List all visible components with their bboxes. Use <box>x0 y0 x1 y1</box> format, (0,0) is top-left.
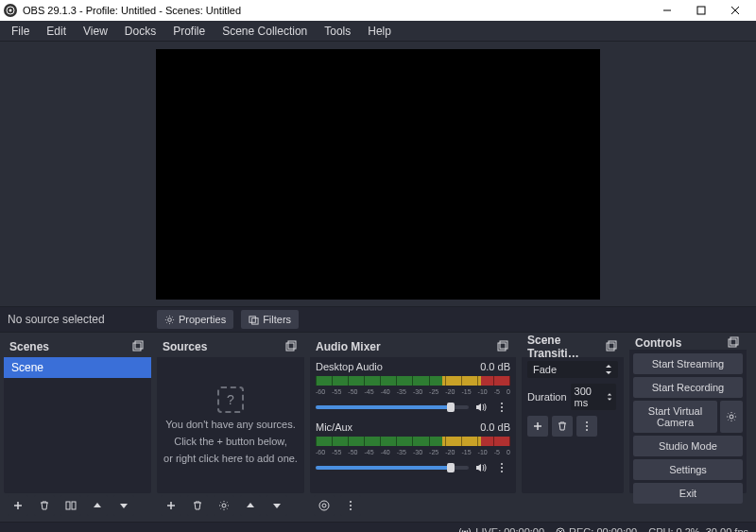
scenes-panel: Scenes Scene <box>4 336 151 493</box>
speaker-icon[interactable] <box>472 399 490 416</box>
maximize-button[interactable] <box>684 0 718 21</box>
scenes-header: Scenes <box>4 336 151 357</box>
duration-input[interactable]: 300 ms <box>571 384 616 410</box>
record-icon <box>556 527 565 532</box>
kebab-icon[interactable] <box>493 399 510 416</box>
svg-rect-3 <box>697 7 705 14</box>
scenes-button-bar <box>4 493 138 518</box>
controls-header: Controls <box>629 336 747 350</box>
remove-source-button[interactable] <box>187 495 208 516</box>
menu-view[interactable]: View <box>76 23 115 40</box>
transitions-header: Scene Transiti… <box>522 336 624 357</box>
menu-profile[interactable]: Profile <box>165 23 213 40</box>
svg-point-16 <box>501 406 503 408</box>
mixer-advanced-button[interactable] <box>314 495 335 516</box>
popout-icon[interactable] <box>728 336 741 350</box>
mixer-ch-level: 0.0 dB <box>480 421 510 433</box>
mixer-button-bar <box>310 493 365 518</box>
svg-point-27 <box>586 429 588 431</box>
menu-scene-collection[interactable]: Scene Collection <box>215 23 315 40</box>
menu-help[interactable]: Help <box>360 23 399 40</box>
preview-canvas[interactable] <box>156 49 600 300</box>
source-properties-button[interactable] <box>214 495 234 516</box>
scene-down-button[interactable] <box>113 495 134 516</box>
transition-selected: Fade <box>533 364 557 375</box>
speaker-icon[interactable] <box>472 459 490 476</box>
svg-rect-13 <box>498 343 506 351</box>
start-streaming-button[interactable]: Start Streaming <box>633 353 743 374</box>
scene-item[interactable]: Scene <box>4 357 151 378</box>
sources-title: Sources <box>163 340 207 353</box>
menu-edit[interactable]: Edit <box>39 23 74 40</box>
sources-empty-2: Click the + button below, <box>174 436 287 447</box>
start-virtual-camera-button[interactable]: Start Virtual Camera <box>633 401 717 433</box>
source-down-button[interactable] <box>266 495 287 516</box>
svg-point-18 <box>501 463 503 465</box>
vcam-settings-button[interactable] <box>720 401 743 433</box>
svg-point-15 <box>501 403 503 404</box>
controls-title: Controls <box>635 336 681 350</box>
scene-filters-button[interactable] <box>60 495 81 516</box>
svg-point-19 <box>501 467 503 469</box>
status-bar: LIVE: 00:00:00 REC: 00:00:00 CPU: 0.2%, … <box>0 522 756 532</box>
settings-button[interactable]: Settings <box>633 459 743 480</box>
menu-bar: File Edit View Docks Profile Scene Colle… <box>0 21 756 42</box>
kebab-icon[interactable] <box>493 459 510 476</box>
remove-scene-button[interactable] <box>34 495 55 516</box>
duration-label: Duration <box>527 391 567 403</box>
svg-rect-9 <box>133 343 141 351</box>
sources-panel: Sources ? You don't have any sources. Cl… <box>157 336 304 493</box>
svg-point-37 <box>222 504 226 507</box>
popout-icon[interactable] <box>285 340 299 353</box>
remove-transition-button[interactable] <box>552 416 573 437</box>
svg-point-1 <box>9 9 12 12</box>
audio-meter <box>316 437 510 446</box>
studio-mode-button[interactable]: Studio Mode <box>633 436 743 456</box>
mixer-ch-name: Desktop Audio <box>316 361 383 372</box>
gear-icon <box>164 315 175 325</box>
transition-options-button[interactable] <box>576 416 597 437</box>
sources-header: Sources <box>157 336 304 357</box>
scene-up-button[interactable] <box>87 495 108 516</box>
popout-icon[interactable] <box>606 340 618 353</box>
meter-ticks: -60-55-50-45-40-35-30-25-20-15-10-50 <box>316 449 510 455</box>
exit-button[interactable]: Exit <box>633 483 743 504</box>
add-source-button[interactable] <box>161 495 181 516</box>
transition-select[interactable]: Fade <box>527 361 618 378</box>
svg-rect-10 <box>135 341 143 349</box>
mixer-options-button[interactable] <box>340 495 361 516</box>
close-button[interactable] <box>718 0 752 21</box>
menu-docks[interactable]: Docks <box>117 23 163 40</box>
status-cpu-text: CPU: 0.2%, 30.00 fps <box>648 526 748 532</box>
svg-point-17 <box>501 410 503 412</box>
status-record: REC: 00:00:00 <box>556 526 637 532</box>
controls-panel: Controls Start Streaming Start Recording… <box>629 336 747 493</box>
minimize-button[interactable] <box>650 0 684 21</box>
properties-button[interactable]: Properties <box>157 310 233 329</box>
start-recording-button[interactable]: Start Recording <box>633 377 743 398</box>
svg-point-25 <box>586 421 588 423</box>
svg-rect-11 <box>286 343 294 351</box>
window-title: OBS 29.1.3 - Profile: Untitled - Scenes:… <box>23 5 650 16</box>
mixer-title: Audio Mixer <box>316 340 381 353</box>
volume-slider[interactable] <box>316 405 469 409</box>
filters-button[interactable]: Filters <box>241 310 299 329</box>
status-live: LIVE: 00:00:00 <box>475 526 544 532</box>
audio-meter <box>316 376 510 386</box>
popout-icon[interactable] <box>132 340 146 353</box>
svg-rect-14 <box>500 341 507 349</box>
menu-tools[interactable]: Tools <box>317 23 358 40</box>
updown-icon <box>605 365 612 374</box>
add-transition-button[interactable] <box>527 416 548 437</box>
app-logo-icon <box>4 4 17 17</box>
source-up-button[interactable] <box>240 495 261 516</box>
menu-file[interactable]: File <box>4 23 37 40</box>
popout-icon[interactable] <box>497 340 510 353</box>
mixer-ch-name: Mic/Aux <box>316 421 352 433</box>
add-scene-button[interactable] <box>8 495 28 516</box>
filters-label: Filters <box>263 314 291 325</box>
volume-slider[interactable] <box>316 466 469 470</box>
sources-empty[interactable]: ? You don't have any sources. Click the … <box>157 357 304 493</box>
sources-empty-3: or right click here to add one. <box>163 453 298 464</box>
svg-point-6 <box>168 317 172 321</box>
